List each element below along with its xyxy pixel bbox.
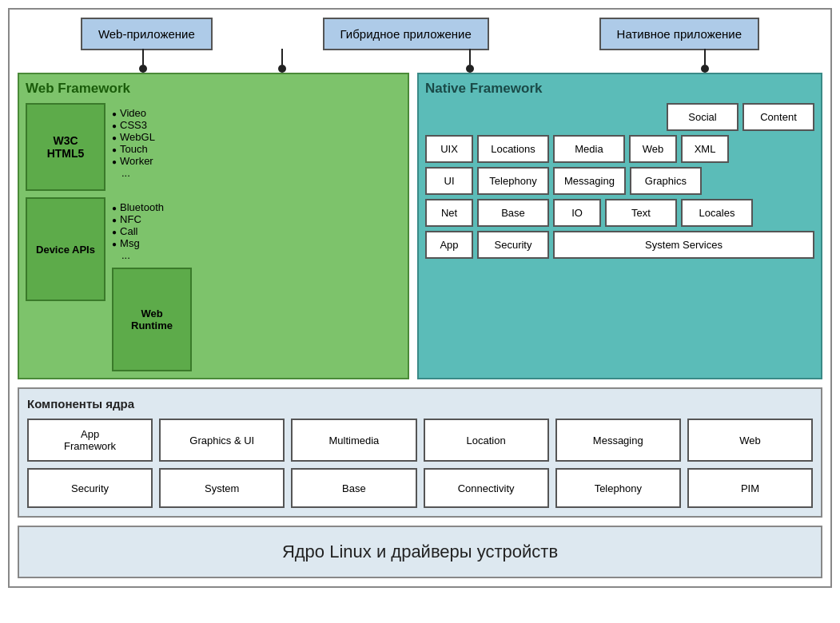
core-cell-security: Security: [27, 468, 153, 508]
core-grid: AppFramework Graphics & UI Multimedia Lo…: [27, 419, 813, 508]
nf-cell-base: Base: [477, 199, 549, 227]
device-apis-label: Device APIs: [36, 244, 95, 256]
core-cell-web: Web: [687, 419, 813, 462]
web-framework: Web Framework W3CHTML5 Video CSS3 WebGL …: [18, 73, 409, 379]
wf-item-css3: CSS3: [112, 119, 155, 131]
wf-item-nfc: NFC: [112, 213, 164, 225]
core-cell-graphics-ui: Graphics & UI: [159, 419, 285, 462]
dot-hybrid-left: [278, 65, 286, 73]
nf-cell-content: Content: [742, 103, 814, 131]
nf-cell-ui: UI: [425, 167, 473, 195]
wf-item-dots-bottom: ...: [112, 249, 164, 261]
nf-row-top: Social Content: [425, 103, 814, 131]
hybrid-app-box: Гибридное приложение: [323, 18, 489, 50]
w3c-html5-label: W3CHTML5: [47, 134, 85, 160]
nf-cell-media: Media: [553, 135, 625, 163]
web-runtime-box: WebRuntime: [112, 268, 192, 371]
nf-cell-social: Social: [667, 103, 738, 131]
nf-grid: Social Content UIX Locations Media Web X…: [425, 103, 814, 259]
core-title: Компоненты ядра: [27, 397, 813, 411]
wf-item-webgl: WebGL: [112, 131, 155, 143]
native-app-box: Нативное приложение: [599, 18, 760, 50]
nf-row-2: UI Telephony Messaging Graphics: [425, 167, 814, 195]
linux-label: Ядро Linux и драйверы устройств: [282, 542, 558, 561]
nf-row-3: Net Base IO Text Locales: [425, 199, 814, 227]
core-cell-base: Base: [291, 468, 416, 508]
nf-cell-uix: UIX: [425, 135, 473, 163]
w3c-html5-box: W3CHTML5: [26, 103, 105, 191]
nf-cell-web: Web: [629, 135, 677, 163]
wf-list-top: Video CSS3 WebGL Touch Worker ...: [112, 103, 155, 179]
nf-cell-app: App: [425, 231, 473, 259]
core-cell-messaging: Messaging: [555, 419, 681, 462]
wf-item-touch: Touch: [112, 143, 155, 155]
core-cell-pim: PIM: [687, 468, 813, 508]
wf-item-worker: Worker: [112, 155, 155, 167]
core-section: Компоненты ядра AppFramework Graphics & …: [18, 387, 822, 518]
dot-native: [701, 65, 709, 73]
nf-cell-text: Text: [605, 199, 677, 227]
core-row-2: Security System Base Connectivity Teleph…: [27, 468, 813, 508]
nf-cell-system-services: System Services: [553, 231, 814, 259]
hybrid-app-label: Гибридное приложение: [340, 27, 472, 41]
wf-item-call: Call: [112, 225, 164, 237]
device-apis-box: Device APIs: [26, 197, 105, 301]
wf-list-bottom: Bluetooth NFC Call Msg ...: [112, 197, 164, 261]
linux-bar: Ядро Linux и драйверы устройств: [18, 526, 822, 578]
core-cell-connectivity: Connectivity: [424, 468, 549, 508]
web-framework-title: Web Framework: [26, 81, 401, 97]
wf-item-video: Video: [112, 107, 155, 119]
native-app-label: Нативное приложение: [617, 27, 742, 41]
nf-cell-locations: Locations: [477, 135, 549, 163]
native-framework: Native Framework Social Content UIX Loca…: [417, 73, 822, 379]
nf-cell-net: Net: [425, 199, 473, 227]
apps-row: Web-приложение Гибридное приложение Нати…: [10, 10, 830, 50]
nf-cell-graphics: Graphics: [630, 167, 702, 195]
web-app-label: Web-приложение: [98, 27, 195, 41]
nf-cell-telephony: Telephony: [477, 167, 549, 195]
nf-row-4: App Security System Services: [425, 231, 814, 259]
frameworks-row: Web Framework W3CHTML5 Video CSS3 WebGL …: [10, 73, 830, 387]
nf-row-1: UIX Locations Media Web XML: [425, 135, 814, 163]
core-cell-multimedia: Multimedia: [291, 419, 416, 462]
dot-web: [139, 65, 147, 73]
wf-item-bluetooth: Bluetooth: [112, 201, 164, 213]
web-runtime-label: WebRuntime: [131, 308, 173, 331]
native-framework-title: Native Framework: [425, 81, 814, 97]
nf-cell-messaging: Messaging: [553, 167, 626, 195]
core-cell-location: Location: [424, 419, 549, 462]
core-cell-telephony: Telephony: [555, 468, 681, 508]
web-app-box: Web-приложение: [81, 18, 213, 50]
core-cell-app-framework: AppFramework: [27, 419, 153, 462]
wf-item-msg: Msg: [112, 237, 164, 249]
core-cell-system: System: [159, 468, 285, 508]
main-container: Web-приложение Гибридное приложение Нати…: [8, 8, 832, 588]
nf-cell-locales: Locales: [681, 199, 753, 227]
nf-cell-security: Security: [477, 231, 549, 259]
dot-hybrid-right: [466, 65, 474, 73]
connector-row: [10, 50, 830, 73]
nf-cell-io: IO: [553, 199, 601, 227]
core-row-1: AppFramework Graphics & UI Multimedia Lo…: [27, 419, 813, 462]
wf-item-dots-top: ...: [112, 167, 155, 179]
nf-cell-xml: XML: [681, 135, 729, 163]
